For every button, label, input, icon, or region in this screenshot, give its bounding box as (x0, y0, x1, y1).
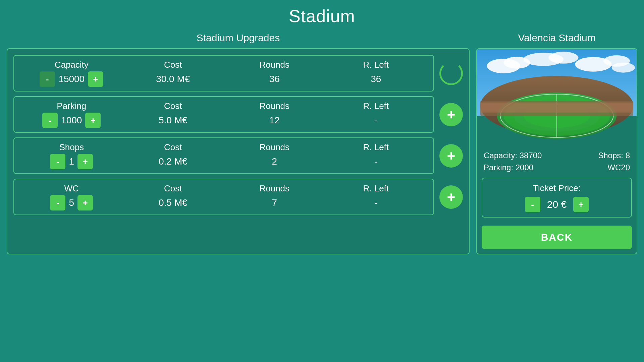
shops-decrease-button[interactable]: - (50, 154, 65, 169)
left-panel: Stadium Upgrades CapacityCostRoundsR. Le… (7, 29, 470, 254)
capacity-decrease-button[interactable]: - (40, 71, 55, 87)
upgrades-section-title: Stadium Upgrades (7, 29, 470, 48)
header-r.-left-capacity: R. Left (325, 60, 427, 70)
header-wc-wc: WC (21, 183, 122, 194)
right-panel: Valencia Stadium (476, 29, 637, 254)
wc-decrease-button[interactable]: - (50, 195, 65, 210)
parking-add-button[interactable]: + (439, 103, 463, 126)
ticket-price-decrease-button[interactable]: - (525, 197, 540, 212)
stadium-stats: Capacity: 38700 Shops: 8 Parking: 2000 W… (477, 146, 637, 176)
header-rounds-capacity: Rounds (224, 60, 325, 70)
parking-cost-value: 5.0 M€ (122, 113, 224, 128)
ticket-price-box: Ticket Price: - 20 € + (482, 178, 632, 218)
wc-rleft-value: - (325, 195, 427, 210)
stat-wc: WC20 (558, 163, 630, 172)
header-r.-left-parking: R. Left (325, 101, 427, 111)
value-capacity-parking: -1000+ (21, 113, 122, 128)
ticket-price-value: 20 € (547, 199, 567, 210)
value-capacity-wc: -5+ (21, 195, 122, 210)
header-rounds-shops: Rounds (224, 142, 325, 153)
header-rounds-wc: Rounds (224, 183, 325, 194)
ticket-price-increase-button[interactable]: + (573, 197, 589, 212)
header-r.-left-wc: R. Left (325, 183, 427, 194)
value-capacity-capacity: -15000+ (21, 71, 122, 87)
svg-point-4 (548, 52, 578, 64)
header-cost-parking: Cost (122, 101, 224, 111)
value-capacity-shops: -1+ (21, 154, 122, 169)
capacity-cost-value: 30.0 M€ (122, 71, 224, 87)
shops-value: 1 (69, 156, 74, 167)
parking-value: 1000 (61, 115, 82, 126)
stadium-info-box: Capacity: 38700 Shops: 8 Parking: 2000 W… (476, 48, 637, 254)
shops-rounds-value: 2 (224, 154, 325, 169)
capacity-rounds-value: 36 (224, 71, 325, 87)
ticket-price-controls: - 20 € + (525, 197, 589, 212)
upgrades-container: CapacityCostRoundsR. Left-15000+30.0 M€3… (7, 48, 470, 254)
capacity-rleft-value: 36 (325, 71, 427, 87)
wc-value: 5 (69, 197, 74, 208)
parking-rleft-value: - (325, 113, 427, 128)
header-shops-shops: Shops (21, 142, 122, 153)
wc-increase-button[interactable]: + (77, 195, 93, 210)
ticket-price-label: Ticket Price: (533, 183, 581, 193)
parking-rounds-value: 12 (224, 113, 325, 128)
wc-add-button[interactable]: + (439, 185, 463, 209)
upgrade-row-shops: ShopsCostRoundsR. Left-1+0.2 M€2-+ (13, 137, 463, 174)
shops-increase-button[interactable]: + (77, 154, 93, 169)
shops-rleft-value: - (325, 154, 427, 169)
header-capacity-capacity: Capacity (21, 60, 122, 70)
header-rounds-parking: Rounds (224, 101, 325, 111)
upgrade-card-wc: WCCostRoundsR. Left-5+0.5 M€7- (13, 179, 434, 215)
upgrade-row-capacity: CapacityCostRoundsR. Left-15000+30.0 M€3… (13, 55, 463, 92)
header-parking-parking: Parking (21, 101, 122, 111)
shops-cost-value: 0.2 M€ (122, 154, 224, 169)
header-cost-wc: Cost (122, 183, 224, 194)
stat-capacity: Capacity: 38700 (484, 151, 555, 160)
upgrade-row-parking: ParkingCostRoundsR. Left-1000+5.0 M€12-+ (13, 96, 463, 133)
upgrade-card-parking: ParkingCostRoundsR. Left-1000+5.0 M€12- (13, 96, 434, 133)
right-section-title: Valencia Stadium (476, 29, 637, 48)
upgrade-row-wc: WCCostRoundsR. Left-5+0.5 M€7-+ (13, 179, 463, 215)
back-button[interactable]: BACK (482, 226, 632, 249)
stadium-image (477, 49, 637, 146)
upgrade-card-capacity: CapacityCostRoundsR. Left-15000+30.0 M€3… (13, 55, 434, 92)
svg-rect-16 (480, 103, 633, 113)
page-container: Stadium Stadium Upgrades CapacityCostRou… (0, 0, 644, 254)
svg-point-7 (612, 63, 635, 73)
parking-decrease-button[interactable]: - (42, 113, 58, 128)
wc-cost-value: 0.5 M€ (122, 195, 224, 210)
header-r.-left-shops: R. Left (325, 142, 427, 153)
shops-add-button[interactable]: + (439, 144, 463, 168)
header-cost-shops: Cost (122, 142, 224, 153)
header-cost-capacity: Cost (122, 60, 224, 70)
page-title: Stadium (0, 0, 644, 29)
stat-shops: Shops: 8 (558, 151, 630, 160)
capacity-value: 15000 (58, 74, 85, 84)
upgrade-card-shops: ShopsCostRoundsR. Left-1+0.2 M€2- (13, 137, 434, 174)
capacity-loading-indicator (439, 62, 463, 85)
capacity-increase-button[interactable]: + (88, 71, 103, 87)
wc-rounds-value: 7 (224, 195, 325, 210)
parking-increase-button[interactable]: + (85, 113, 101, 128)
stat-parking: Parking: 2000 (484, 163, 555, 172)
